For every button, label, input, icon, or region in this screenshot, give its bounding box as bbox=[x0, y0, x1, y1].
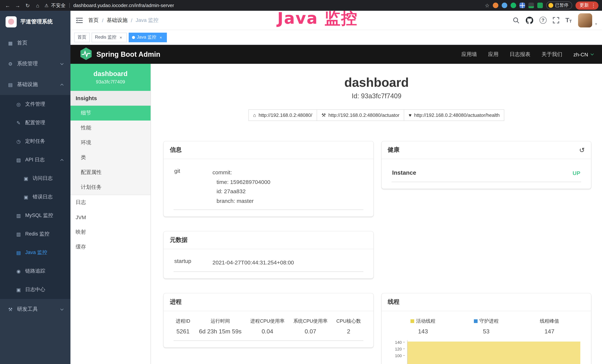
tab-label: Redis 监控 bbox=[95, 34, 117, 40]
bookmark-star-icon[interactable]: ☆ bbox=[485, 2, 489, 8]
menu-group-insights[interactable]: Insights bbox=[70, 91, 150, 106]
sidebar-item-api-logs[interactable]: ▧ API 日志 bbox=[0, 150, 70, 169]
sidebar-item-trace[interactable]: ◉ 链路追踪 bbox=[0, 262, 70, 280]
browser-home-icon[interactable]: ⌂ bbox=[34, 2, 42, 8]
extension-icon[interactable] bbox=[537, 3, 543, 8]
tools-icon: ⚒ bbox=[7, 307, 13, 312]
sba-nav-about[interactable]: 关于我们 bbox=[542, 51, 562, 58]
sba-brand-title[interactable]: Spring Boot Admin bbox=[97, 50, 160, 58]
browser-menu-icon[interactable]: ⋮ bbox=[591, 3, 596, 8]
extension-icon[interactable] bbox=[493, 3, 498, 8]
extension-icon[interactable] bbox=[511, 3, 516, 8]
sidebar-item-redis-monitor[interactable]: ▥ Redis 监控 bbox=[0, 225, 70, 243]
service-url-link[interactable]: ⌂ http://192.168.0.2:48080/ bbox=[248, 109, 317, 121]
sidebar-menu: ▦ 首页 ⚙ 系统管理 ▤ 基础设施 ◎ 文件管理 bbox=[0, 33, 70, 320]
chevron-down-icon bbox=[60, 62, 64, 65]
sidebar-item-config-management[interactable]: ✎ 配置管理 bbox=[0, 114, 70, 132]
menu-item-loggers[interactable]: 日志 bbox=[70, 195, 150, 210]
extension-icon[interactable] bbox=[519, 3, 525, 8]
close-icon[interactable]: × bbox=[118, 35, 123, 40]
extension-icon[interactable] bbox=[528, 3, 534, 8]
menu-item-scheduled-tasks[interactable]: 计划任务 bbox=[70, 180, 150, 195]
sidebar-item-access-logs[interactable]: ▣ 访问日志 bbox=[0, 169, 70, 188]
menu-item-jvm[interactable]: JVM bbox=[70, 210, 150, 225]
chart-plot-area bbox=[407, 340, 580, 364]
actuator-url-link[interactable]: ⚒ http://192.168.0.2:48080/actuator bbox=[317, 109, 404, 121]
threads-chart: 140 120 100 bbox=[391, 340, 581, 364]
tab-home[interactable]: 首页 bbox=[74, 32, 90, 42]
process-card: 进程 进程ID 5261 运行时间 bbox=[163, 293, 373, 347]
annotation-text: Java 监控 bbox=[277, 8, 358, 29]
sidebar-item-mysql-monitor[interactable]: ▥ MySQL 监控 bbox=[0, 206, 70, 225]
url-text[interactable]: dashboard.yudao.iocoder.cn/infra/admin-s… bbox=[74, 3, 174, 8]
process-col-process-cpu: 进程CPU使用率 0.04 bbox=[249, 318, 286, 335]
sidebar-item-log-center[interactable]: ▣ 日志中心 bbox=[0, 280, 70, 299]
instance-header[interactable]: dashboard 93a3fc7f7409 bbox=[70, 64, 150, 91]
infrastructure-submenu: ◎ 文件管理 ✎ 配置管理 ◷ 定时任务 ▧ API 日志 bbox=[0, 95, 70, 299]
back-icon[interactable]: ← bbox=[4, 2, 11, 8]
security-label[interactable]: 不安全 bbox=[51, 2, 66, 9]
sidebar-item-label: 访问日志 bbox=[33, 175, 53, 182]
sba-nav-wallboard[interactable]: 应用墙 bbox=[462, 51, 477, 58]
avatar[interactable] bbox=[578, 13, 592, 27]
logo-image bbox=[6, 16, 17, 27]
font-size-icon[interactable]: TT bbox=[566, 17, 572, 23]
sba-nav-journal[interactable]: 日志报表 bbox=[510, 51, 530, 58]
column-header: 系统CPU使用率 bbox=[293, 318, 328, 324]
breadcrumb-separator: / bbox=[102, 17, 103, 23]
menu-item-beans[interactable]: 类 bbox=[70, 150, 150, 165]
locale-selector[interactable]: zh-CN bbox=[573, 51, 593, 57]
git-branch-line: branch: master bbox=[213, 196, 363, 205]
sidebar-item-infrastructure[interactable]: ▤ 基础设施 bbox=[0, 74, 70, 95]
avatar-caret-icon[interactable]: ▾ bbox=[595, 22, 597, 27]
menu-item-metrics[interactable]: 性能 bbox=[70, 120, 150, 135]
tab-java-monitor[interactable]: Java 监控 × bbox=[129, 32, 167, 42]
fullscreen-icon[interactable] bbox=[553, 17, 559, 23]
dashboard-icon: ▦ bbox=[7, 40, 13, 46]
tab-redis-monitor[interactable]: Redis 监控 × bbox=[92, 32, 127, 42]
breadcrumb-infrastructure[interactable]: 基础设施 bbox=[107, 17, 128, 23]
app-logo[interactable]: 芋道管理系统 bbox=[0, 11, 70, 33]
sidebar-item-scheduled-jobs[interactable]: ◷ 定时任务 bbox=[0, 132, 70, 150]
health-url-link[interactable]: ♥ http://192.168.0.2:48080/actuator/heal… bbox=[404, 109, 505, 121]
breadcrumb: 首页 / 基础设施 / Java 监控 bbox=[88, 17, 159, 23]
sidebar-item-home[interactable]: ▦ 首页 bbox=[0, 33, 70, 54]
address-bar[interactable]: ⚠ 不安全 dashboard.yudao.iocoder.cn/infra/a… bbox=[44, 2, 481, 9]
help-icon[interactable]: ? bbox=[539, 17, 547, 24]
database-icon: ▥ bbox=[16, 231, 22, 237]
paused-badge[interactable]: 已暂停 bbox=[546, 1, 572, 9]
sidebar-item-error-logs[interactable]: ▣ 错误日志 bbox=[0, 188, 70, 206]
menu-item-environment[interactable]: 环境 bbox=[70, 135, 150, 150]
sidebar-item-java-monitor[interactable]: ▤ Java 监控 bbox=[0, 243, 70, 262]
update-button[interactable]: 更新 ⋮ bbox=[575, 1, 599, 10]
breadcrumb-home[interactable]: 首页 bbox=[88, 17, 99, 23]
search-icon[interactable] bbox=[513, 17, 519, 23]
legend-value: 147 bbox=[518, 328, 581, 335]
cards-grid: 信息 git commit: time: 1596289704000 id: 2 bbox=[163, 141, 591, 364]
gear-icon: ⚙ bbox=[7, 61, 13, 66]
link-label: http://192.168.0.2:48080/ bbox=[259, 112, 312, 118]
refresh-icon[interactable]: ↻ bbox=[24, 2, 32, 8]
cell-value: 0.07 bbox=[293, 328, 328, 335]
sidebar-item-dev-tools[interactable]: ⚒ 研发工具 bbox=[0, 299, 70, 320]
history-icon[interactable]: ↺ bbox=[579, 147, 585, 153]
card-title: 进程 bbox=[170, 298, 182, 306]
github-icon[interactable] bbox=[526, 17, 533, 24]
menu-item-caches[interactable]: 缓存 bbox=[70, 240, 150, 254]
info-key: git bbox=[174, 168, 213, 205]
hamburger-icon[interactable] bbox=[70, 17, 88, 23]
forward-icon[interactable]: → bbox=[14, 2, 22, 8]
extension-icon[interactable] bbox=[502, 3, 507, 8]
menu-item-mappings[interactable]: 映射 bbox=[70, 225, 150, 240]
sidebar-item-system-management[interactable]: ⚙ 系统管理 bbox=[0, 54, 70, 74]
menu-item-config-properties[interactable]: 配置属性 bbox=[70, 165, 150, 180]
sidebar-item-label: 链路追踪 bbox=[25, 268, 45, 274]
upload-icon: ◎ bbox=[16, 101, 22, 107]
menu-item-details[interactable]: 细节 bbox=[70, 106, 150, 120]
sidebar-item-label: Redis 监控 bbox=[25, 231, 50, 237]
sidebar-item-file-management[interactable]: ◎ 文件管理 bbox=[0, 95, 70, 114]
sba-frame: Spring Boot Admin 应用墙 应用 日志报表 关于我们 zh-CN bbox=[70, 45, 602, 364]
sba-nav-applications[interactable]: 应用 bbox=[488, 51, 499, 58]
process-col-system-cpu: 系统CPU使用率 0.07 bbox=[292, 318, 329, 335]
close-icon[interactable]: × bbox=[158, 35, 163, 40]
